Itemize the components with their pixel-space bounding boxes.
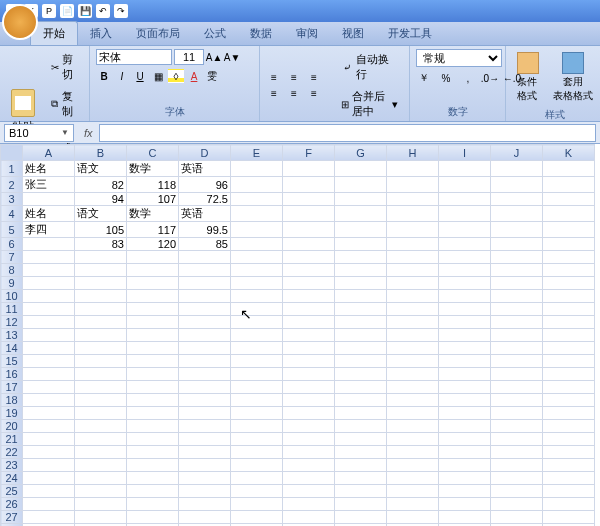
cell[interactable] — [127, 433, 179, 446]
cell[interactable] — [23, 277, 75, 290]
align-right-icon[interactable]: ≡ — [306, 87, 322, 101]
cell[interactable] — [543, 316, 595, 329]
row-header[interactable]: 1 — [1, 161, 23, 177]
cell[interactable] — [335, 394, 387, 407]
chevron-down-icon[interactable]: ▼ — [61, 128, 69, 137]
cell[interactable] — [127, 485, 179, 498]
wrap-text-button[interactable]: ⤶自动换行 — [334, 49, 403, 85]
cell[interactable]: 英语 — [179, 206, 231, 222]
number-format-select[interactable]: 常规 — [416, 49, 502, 67]
cell[interactable] — [127, 303, 179, 316]
cell[interactable] — [283, 193, 335, 206]
cell[interactable] — [439, 329, 491, 342]
align-left-icon[interactable]: ≡ — [266, 87, 282, 101]
cell[interactable] — [23, 355, 75, 368]
cell[interactable] — [439, 277, 491, 290]
conditional-format-button[interactable]: 条件格式 — [512, 49, 544, 106]
cell[interactable] — [75, 433, 127, 446]
cell[interactable] — [335, 511, 387, 524]
cell[interactable] — [491, 161, 543, 177]
cell[interactable] — [543, 446, 595, 459]
cell[interactable] — [127, 290, 179, 303]
merge-center-button[interactable]: ⊞合并后居中 ▾ — [334, 86, 403, 122]
cell[interactable] — [283, 394, 335, 407]
row-header[interactable]: 22 — [1, 446, 23, 459]
cell[interactable] — [75, 355, 127, 368]
row-header[interactable]: 27 — [1, 511, 23, 524]
cell[interactable]: 72.5 — [179, 193, 231, 206]
cell[interactable]: 105 — [75, 222, 127, 238]
cell[interactable] — [387, 355, 439, 368]
cell[interactable] — [283, 407, 335, 420]
cell[interactable] — [283, 161, 335, 177]
decrease-font-icon[interactable]: A▼ — [224, 50, 240, 64]
cell[interactable] — [75, 290, 127, 303]
cell[interactable]: 107 — [127, 193, 179, 206]
cell[interactable] — [335, 329, 387, 342]
column-header[interactable]: B — [75, 145, 127, 161]
row-header[interactable]: 3 — [1, 193, 23, 206]
cell[interactable] — [387, 511, 439, 524]
cell[interactable] — [179, 433, 231, 446]
row-header[interactable]: 2 — [1, 177, 23, 193]
cell[interactable] — [283, 420, 335, 433]
cell[interactable] — [75, 498, 127, 511]
row-header[interactable]: 24 — [1, 472, 23, 485]
cell[interactable] — [75, 329, 127, 342]
cell[interactable] — [179, 277, 231, 290]
cell[interactable] — [387, 193, 439, 206]
cell[interactable] — [283, 177, 335, 193]
cell[interactable] — [231, 222, 283, 238]
cell[interactable] — [439, 303, 491, 316]
cell[interactable] — [439, 381, 491, 394]
cell[interactable] — [439, 222, 491, 238]
cell[interactable]: 语文 — [75, 206, 127, 222]
cell[interactable] — [179, 446, 231, 459]
cell[interactable] — [231, 161, 283, 177]
cell[interactable] — [283, 329, 335, 342]
cell[interactable] — [23, 498, 75, 511]
cell[interactable] — [75, 459, 127, 472]
row-header[interactable]: 25 — [1, 485, 23, 498]
cell[interactable]: 姓名 — [23, 206, 75, 222]
cell[interactable] — [283, 222, 335, 238]
cell[interactable] — [387, 303, 439, 316]
cell[interactable] — [75, 511, 127, 524]
cell[interactable] — [231, 472, 283, 485]
cell[interactable] — [491, 206, 543, 222]
row-header[interactable]: 7 — [1, 251, 23, 264]
cell[interactable] — [439, 420, 491, 433]
cell[interactable] — [335, 222, 387, 238]
cell[interactable] — [543, 290, 595, 303]
cell[interactable] — [231, 303, 283, 316]
cell[interactable] — [335, 498, 387, 511]
cell[interactable] — [231, 342, 283, 355]
cell[interactable] — [543, 277, 595, 290]
cut-button[interactable]: ✂剪切 — [44, 49, 83, 85]
cell[interactable] — [491, 394, 543, 407]
row-header[interactable]: 14 — [1, 342, 23, 355]
cell[interactable] — [179, 355, 231, 368]
cell[interactable] — [439, 264, 491, 277]
cell[interactable] — [439, 177, 491, 193]
cell[interactable] — [543, 368, 595, 381]
cell[interactable] — [23, 329, 75, 342]
cell[interactable] — [543, 238, 595, 251]
row-header[interactable]: 13 — [1, 329, 23, 342]
cell[interactable] — [335, 472, 387, 485]
tab-开发工具[interactable]: 开发工具 — [376, 22, 444, 45]
cell[interactable] — [387, 316, 439, 329]
tab-审阅[interactable]: 审阅 — [284, 22, 330, 45]
fx-icon[interactable]: fx — [78, 127, 99, 139]
tab-数据[interactable]: 数据 — [238, 22, 284, 45]
cell[interactable] — [491, 433, 543, 446]
cell[interactable] — [283, 251, 335, 264]
cell[interactable] — [387, 459, 439, 472]
cell[interactable] — [439, 316, 491, 329]
cell[interactable] — [335, 177, 387, 193]
column-header[interactable]: G — [335, 145, 387, 161]
cell[interactable] — [439, 459, 491, 472]
cell[interactable] — [283, 459, 335, 472]
cell[interactable] — [543, 161, 595, 177]
cell[interactable] — [127, 511, 179, 524]
